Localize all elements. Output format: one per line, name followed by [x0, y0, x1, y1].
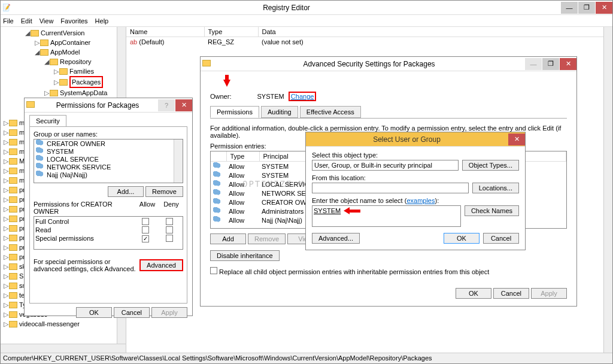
locations-button[interactable]: Locations...: [472, 183, 519, 193]
examples-link[interactable]: examples: [406, 197, 435, 204]
menu-favorites[interactable]: Favorites: [60, 17, 87, 25]
adv-remove-button[interactable]: Remove: [248, 233, 286, 244]
adv-max[interactable]: ❐: [542, 58, 559, 70]
list-row[interactable]: ab (Default) REG_SZ (value not set): [126, 37, 612, 47]
object-type-label: Select this object type:: [312, 151, 519, 159]
sel-close[interactable]: ✕: [508, 134, 525, 145]
permission-row: Special permissions✓: [35, 235, 181, 243]
tab-auditing[interactable]: Auditing: [261, 106, 298, 118]
sel-ok-button[interactable]: OK: [444, 233, 480, 244]
permissions-title: Permissions for Packages: [38, 101, 157, 110]
group-item[interactable]: CREATOR OWNER: [34, 139, 183, 147]
menu-file[interactable]: File: [3, 17, 14, 25]
deny-checkbox[interactable]: [166, 226, 173, 233]
annotation-arrow-left: [344, 207, 360, 214]
adv-add-button[interactable]: Add: [210, 233, 246, 244]
perm-ok-button[interactable]: OK: [76, 307, 112, 318]
tree-item[interactable]: ▷videocall-messenger: [1, 319, 126, 329]
folder-icon: [26, 101, 35, 108]
close-button[interactable]: ✕: [596, 2, 612, 14]
sel-cancel-button[interactable]: Cancel: [483, 233, 519, 244]
maximize-button[interactable]: ❐: [578, 2, 595, 14]
replace-checkbox[interactable]: [210, 267, 217, 274]
col-data[interactable]: Data: [258, 27, 612, 37]
advanced-button[interactable]: Advanced: [139, 259, 183, 271]
location-label: From this location:: [312, 174, 519, 181]
tab-effective-access[interactable]: Effective Access: [300, 106, 361, 118]
menu-help[interactable]: Help: [95, 17, 109, 25]
permission-row: Read: [35, 226, 181, 235]
allow-checkbox[interactable]: ✓: [142, 235, 149, 242]
object-name-label: Enter the object name to select: [312, 197, 403, 204]
tree-item[interactable]: ▷Packages: [1, 76, 126, 88]
group-item[interactable]: NETWORK SERVICE: [34, 163, 183, 171]
group-item[interactable]: Najj (Naj\Najj): [34, 171, 183, 178]
tree-item[interactable]: ◢AppModel: [1, 47, 126, 57]
groups-scrollbar[interactable]: [174, 139, 183, 183]
add-button[interactable]: Add...: [108, 186, 144, 197]
col-type[interactable]: Type: [204, 27, 258, 37]
regedit-titlebar: 📝 Registry Editor — ❐ ✕: [1, 1, 612, 15]
adv-cancel-button[interactable]: Cancel: [493, 288, 529, 299]
groups-listbox[interactable]: CREATOR OWNERSYSTEMLOCAL SERVICENETWORK …: [34, 139, 183, 183]
permissions-for-label: Permissions for CREATOR OWNER: [34, 201, 135, 215]
change-owner-link[interactable]: Change: [291, 93, 314, 100]
tree-item[interactable]: ▷Families: [1, 66, 126, 76]
select-title: Select User or Group: [306, 135, 508, 144]
app-icon: 📝: [1, 4, 13, 11]
group-item[interactable]: LOCAL SERVICE: [34, 155, 183, 163]
deny-checkbox[interactable]: [166, 235, 173, 242]
allow-checkbox[interactable]: [142, 226, 149, 233]
adv-min[interactable]: —: [525, 58, 542, 70]
advanced-hint: For special permissions or advanced sett…: [34, 258, 139, 272]
replace-label: Replace all child object permission entr…: [219, 268, 489, 275]
remove-button[interactable]: Remove: [145, 186, 183, 197]
adv-ok-button[interactable]: OK: [456, 288, 491, 299]
object-types-button[interactable]: Object Types...: [462, 160, 519, 171]
check-names-button[interactable]: Check Names: [465, 205, 519, 216]
sel-advanced-button[interactable]: Advanced...: [312, 233, 360, 244]
regedit-title: Registry Editor: [13, 4, 560, 12]
list-scrollbar[interactable]: [603, 27, 612, 353]
help-button[interactable]: ?: [158, 99, 175, 111]
tree-item[interactable]: ▷AppContainer: [1, 38, 126, 47]
select-user-dialog: Select User or Group ✕ Select this objec…: [305, 132, 526, 250]
tab-permissions[interactable]: Permissions: [210, 106, 259, 118]
tree-item[interactable]: ◢Repository: [1, 57, 126, 66]
minimize-button[interactable]: —: [561, 2, 578, 14]
permissions-dialog: Permissions for Packages ?✕ Security Gro…: [24, 98, 193, 316]
deny-checkbox[interactable]: [166, 218, 173, 225]
col-name[interactable]: Name: [126, 27, 204, 37]
menu-edit[interactable]: Edit: [21, 17, 32, 25]
advanced-title: Advanced Security Settings for Packages: [214, 60, 524, 68]
disable-inheritance-button[interactable]: Disable inheritance: [210, 250, 280, 261]
perm-cancel-button[interactable]: Cancel: [114, 307, 150, 318]
annotation-arrow-down: [223, 80, 230, 87]
tree-scrollbar-h[interactable]: [1, 344, 126, 353]
group-item[interactable]: SYSTEM: [34, 147, 183, 155]
location-field[interactable]: [312, 183, 469, 193]
object-type-field[interactable]: [312, 160, 459, 171]
perm-close-button[interactable]: ✕: [175, 99, 192, 111]
object-name-input[interactable]: SYSTEM: [312, 205, 461, 227]
groups-label: Group or user names:: [34, 131, 183, 138]
tree-item[interactable]: ◢CurrentVersion: [1, 28, 126, 38]
permissions-listbox[interactable]: Full ControlReadSpecial permissions✓: [34, 216, 183, 250]
tree-item[interactable]: ▷SystemAppData: [1, 88, 126, 98]
status-bar: Computer\HKEY_CURRENT_USER\Software\Clas…: [1, 353, 612, 363]
allow-checkbox[interactable]: [142, 218, 149, 225]
menu-view[interactable]: View: [40, 17, 54, 25]
permission-row: Full Control: [35, 218, 181, 226]
folder-icon: [202, 60, 211, 66]
owner-value: SYSTEM: [257, 93, 284, 100]
adv-apply-button[interactable]: Apply: [531, 288, 567, 299]
owner-label: Owner:: [210, 93, 231, 100]
perm-apply-button[interactable]: Apply: [151, 307, 187, 318]
adv-close[interactable]: ✕: [560, 58, 576, 70]
tab-security[interactable]: Security: [29, 115, 66, 127]
regedit-menu: File Edit View Favorites Help: [1, 15, 612, 27]
